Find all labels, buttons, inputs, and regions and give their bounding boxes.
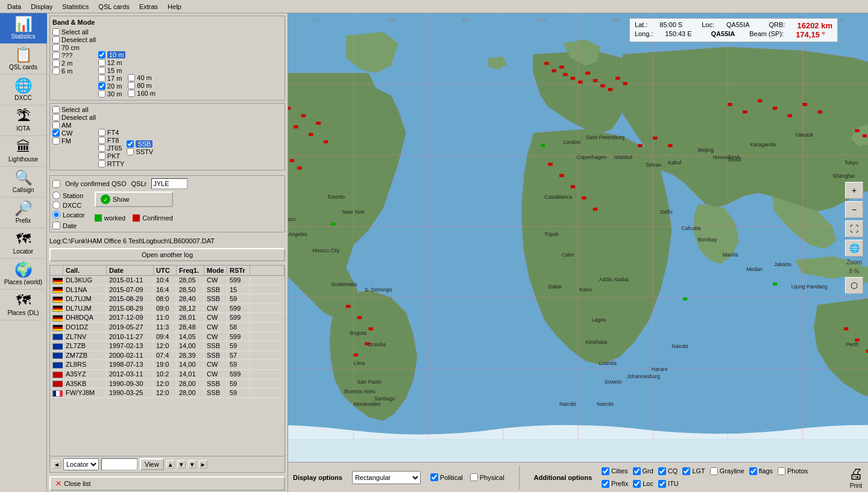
- mode-sstv-checkbox[interactable]: [127, 148, 134, 155]
- band-80m-checkbox[interactable]: [128, 82, 135, 89]
- mode-pkt-checkbox[interactable]: [98, 152, 105, 160]
- mode-ft8-checkbox[interactable]: [98, 137, 105, 144]
- table-row[interactable]: DL1NA2015-07-0916:428,50SSB15: [50, 285, 285, 295]
- locator-input[interactable]: [101, 458, 137, 470]
- loc-map-checkbox[interactable]: [633, 480, 641, 488]
- only-confirmed-label: Only confirmed QSO: [65, 180, 126, 187]
- band-30m-checkbox[interactable]: [98, 90, 105, 98]
- band-40m-checkbox[interactable]: [128, 74, 135, 81]
- table-row[interactable]: DL7UJM2015-08-2909:028,12CW599: [50, 304, 285, 314]
- pointer-button[interactable]: ⬡: [845, 277, 863, 294]
- sidebar-item-callsign[interactable]: 🔍 Callsign: [0, 167, 47, 198]
- mode-fm-checkbox[interactable]: [52, 137, 60, 145]
- table-row[interactable]: ZL7NV2010-11-2709:414,05CW599: [50, 332, 285, 342]
- sidebar-item-places-dl[interactable]: 🗺 Places (DL): [0, 290, 47, 320]
- globe-button[interactable]: 🌐: [845, 240, 863, 257]
- locator-radio[interactable]: [52, 211, 60, 219]
- country-flag: [52, 372, 63, 378]
- print-button-area[interactable]: 🖨 Print: [849, 466, 863, 489]
- sidebar-item-statistics[interactable]: 📊 Statistics: [0, 13, 47, 44]
- scroll-end[interactable]: ▼: [188, 460, 197, 469]
- zoom-out-button[interactable]: −: [845, 201, 863, 218]
- band-20m-checkbox[interactable]: [98, 83, 105, 90]
- sidebar-item-prefix[interactable]: 🔎 Prefix: [0, 198, 47, 228]
- qslr-input[interactable]: [151, 178, 187, 189]
- menu-display[interactable]: Display: [26, 2, 57, 11]
- sidebar-item-iota[interactable]: 🏝 IOTA: [0, 105, 47, 136]
- menu-help[interactable]: Help: [163, 2, 186, 11]
- open-another-log-button[interactable]: Open another log: [49, 248, 285, 261]
- display-type-select[interactable]: Rectangular: [352, 471, 421, 484]
- sidebar-item-places-world[interactable]: 🌍 Places (world): [0, 259, 47, 290]
- menu-statistics[interactable]: Statistics: [57, 2, 93, 11]
- zoom-in-button[interactable]: +: [845, 182, 863, 199]
- band-2m-checkbox[interactable]: [52, 60, 60, 67]
- prefix-checkbox[interactable]: [602, 480, 609, 488]
- menu-qsl-cards[interactable]: QSL cards: [93, 2, 134, 11]
- svg-text:London: London: [563, 139, 580, 145]
- scroll-up[interactable]: ▲: [166, 460, 175, 469]
- band-17m-checkbox[interactable]: [98, 75, 105, 82]
- band-10m-checkbox[interactable]: [98, 51, 105, 58]
- mode-am-checkbox[interactable]: [52, 122, 60, 129]
- scroll-left[interactable]: ◄: [52, 460, 61, 469]
- cq-checkbox[interactable]: [658, 467, 666, 475]
- scroll-down[interactable]: ▼: [177, 460, 186, 469]
- table-row[interactable]: DL3KUG2015-01-1110:428,05CW599: [50, 276, 285, 285]
- table-row[interactable]: DO1DZ2019-05-2711:328,48CW58: [50, 323, 285, 332]
- table-row[interactable]: FW/YJ8M1990-03-2512:028,00SSB59: [50, 388, 285, 398]
- band-12m-checkbox[interactable]: [98, 59, 105, 66]
- band-deselect-all-checkbox[interactable]: [52, 36, 60, 43]
- mode-ssb-checkbox[interactable]: [127, 140, 134, 148]
- date-checkbox[interactable]: [52, 222, 60, 229]
- table-row[interactable]: ZM7ZB2000-02-1107:428,39SSB57: [50, 351, 285, 361]
- dxcc-radio[interactable]: [52, 201, 60, 209]
- station-radio[interactable]: [52, 192, 60, 199]
- table-row[interactable]: A35YZ2012-03-1110:214,01CW599: [50, 370, 285, 379]
- scroll-right[interactable]: ►: [199, 460, 207, 469]
- mode-cw-checkbox[interactable]: [52, 129, 60, 137]
- date-label: Date: [63, 222, 77, 229]
- itu-checkbox[interactable]: [658, 480, 666, 488]
- sidebar-item-qsl-cards[interactable]: 📋 QSL cards: [0, 44, 47, 75]
- cities-checkbox[interactable]: [602, 467, 609, 475]
- grayline-checkbox[interactable]: [710, 467, 718, 475]
- band-160m-checkbox[interactable]: [128, 90, 135, 97]
- band-select-all-checkbox[interactable]: [52, 28, 60, 36]
- table-row[interactable]: ZL7ZB1997-02-1312:014,00SSB59: [50, 341, 285, 351]
- mode-deselect-all-checkbox[interactable]: [52, 114, 60, 121]
- utc-cell: 10:4: [154, 276, 177, 285]
- locator-dropdown[interactable]: Locator: [63, 458, 99, 470]
- physical-checkbox[interactable]: [470, 473, 478, 481]
- mode-rtty-checkbox[interactable]: [98, 160, 105, 167]
- close-list-button[interactable]: ✕ Close list: [49, 476, 285, 491]
- freq-cell: 28,12: [177, 304, 204, 313]
- political-checkbox[interactable]: [430, 473, 438, 481]
- grd-checkbox[interactable]: [633, 467, 641, 475]
- menu-extras[interactable]: Extras: [134, 2, 163, 11]
- menu-data[interactable]: Data: [2, 2, 26, 11]
- view-button[interactable]: View: [140, 458, 164, 470]
- world-map[interactable]: BH CH EF GH HH IH JH KH LH: [288, 13, 868, 462]
- band-6m-checkbox[interactable]: [52, 67, 60, 75]
- fullscreen-button[interactable]: ⛶: [845, 220, 863, 237]
- table-row[interactable]: A35KB1990-09-3012:028,00SSB59: [50, 379, 285, 389]
- band-unk-checkbox[interactable]: [52, 52, 60, 59]
- mode-ft4-checkbox[interactable]: [98, 129, 105, 136]
- band-70cm-checkbox[interactable]: [52, 44, 60, 51]
- flags-checkbox[interactable]: [749, 467, 757, 475]
- table-row[interactable]: ZL8RS1998-07-1319:014,00CW59: [50, 360, 285, 370]
- mode-select-all-checkbox[interactable]: [52, 106, 60, 113]
- loc-label: Loc:: [702, 21, 714, 30]
- only-confirmed-checkbox[interactable]: [52, 180, 60, 188]
- sidebar-item-dxcc[interactable]: 🌐 DXCC: [0, 75, 47, 105]
- lgt-checkbox[interactable]: [682, 467, 690, 475]
- band-15m-checkbox[interactable]: [98, 67, 105, 74]
- table-row[interactable]: DL7UJM2015-08-2908:028,40SSB59: [50, 294, 285, 304]
- show-button[interactable]: ✓ Show: [95, 192, 173, 207]
- photos-checkbox[interactable]: [778, 467, 785, 475]
- table-row[interactable]: DH8DQA2017-12-0911:028,01CW599: [50, 313, 285, 323]
- mode-jt65-checkbox[interactable]: [98, 145, 105, 152]
- sidebar-item-lighthouse[interactable]: 🏛 Lighthouse: [0, 136, 47, 167]
- sidebar-item-locator[interactable]: 🗺 Locator: [0, 228, 47, 259]
